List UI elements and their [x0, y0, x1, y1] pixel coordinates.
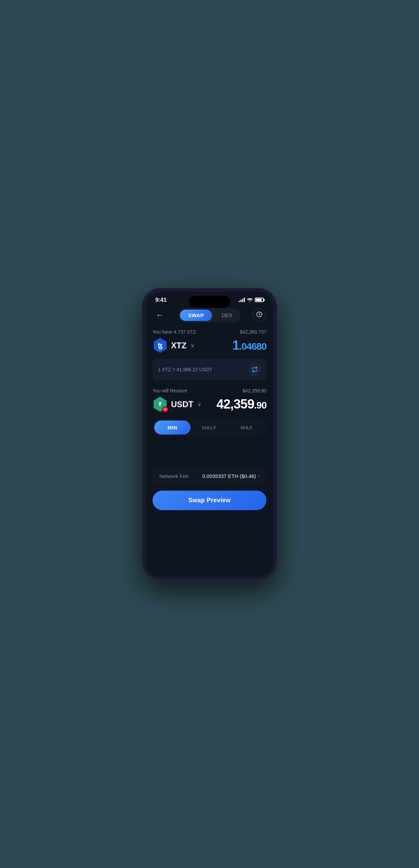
to-token-row: ₮ OP USDT ∨ 42,359.90: [153, 397, 266, 412]
from-token-row: ꜩ XTZ ∨ 1.04680: [153, 338, 266, 353]
battery-fill: [256, 299, 262, 301]
signal-icon: [239, 298, 245, 302]
network-fee-amount: 0.0035337 ETH ($0.46): [202, 473, 256, 479]
battery-icon: [255, 298, 264, 302]
history-button[interactable]: [253, 309, 266, 322]
to-token-name: USDT: [171, 400, 193, 409]
from-token-chevron-icon: ∨: [191, 342, 195, 349]
back-arrow-icon: ←: [156, 311, 163, 320]
from-token-selector[interactable]: ꜩ XTZ ∨: [153, 338, 195, 353]
to-receive-label: You will Receive: [153, 388, 187, 393]
from-balance-row: You have 4.737 XTZ $42,360.737: [153, 329, 266, 335]
from-balance-label: You have 4.737 XTZ: [153, 329, 196, 335]
status-time: 9:41: [155, 297, 167, 303]
xtz-icon: ꜩ: [153, 338, 168, 353]
max-button[interactable]: MAX: [228, 420, 265, 435]
network-fee-chevron-icon: ›: [258, 473, 260, 479]
swap-direction-button[interactable]: [249, 363, 261, 376]
tab-dex[interactable]: DEX: [215, 310, 239, 321]
from-balance-usd: $42,360.737: [240, 329, 266, 335]
to-receive-row: You will Receive $42,359.90: [153, 388, 266, 393]
nav-header: ← SWAP DEX: [146, 306, 273, 326]
network-fee-label: Network Fee: [159, 473, 188, 479]
exchange-rate-text: 1 XTZ = 41,986.23 USDT: [158, 367, 212, 372]
half-button[interactable]: HALF: [191, 420, 227, 435]
op-badge: OP: [162, 406, 168, 413]
dynamic-island: [189, 296, 230, 308]
to-receive-usd: $42,359.90: [243, 388, 266, 393]
swap-preview-button[interactable]: Swap Preview: [153, 491, 266, 510]
history-icon: [256, 311, 262, 319]
to-token-selector[interactable]: ₮ OP USDT ∨: [153, 397, 201, 412]
amount-preset-buttons: MIN HALF MAX: [153, 419, 266, 436]
tab-swap[interactable]: SWAP: [180, 310, 212, 321]
back-button[interactable]: ←: [153, 309, 166, 322]
network-fee-value: 0.0035337 ETH ($0.46) ›: [202, 473, 260, 479]
to-token-amount: 42,359.90: [217, 397, 266, 412]
min-button[interactable]: MIN: [154, 420, 191, 435]
main-content: You have 4.737 XTZ $42,360.737 ꜩ XTZ ∨ 1…: [146, 326, 273, 576]
from-amount-whole: 1.04680: [232, 338, 266, 352]
network-fee-section[interactable]: Network Fee 0.0035337 ETH ($0.46) ›: [153, 467, 266, 485]
from-token-name: XTZ: [171, 341, 186, 350]
to-amount-whole: 42,359.90: [217, 397, 266, 411]
to-token-chevron-icon: ∨: [197, 401, 201, 407]
from-token-amount[interactable]: 1.04680: [232, 338, 266, 353]
tab-group: SWAP DEX: [179, 308, 240, 322]
status-icons: [239, 297, 264, 303]
usdt-icon-wrapper: ₮ OP: [153, 397, 168, 412]
exchange-rate-row: 1 XTZ = 41,986.23 USDT: [153, 359, 266, 380]
spacer: [153, 443, 266, 464]
wifi-icon: [247, 297, 253, 303]
